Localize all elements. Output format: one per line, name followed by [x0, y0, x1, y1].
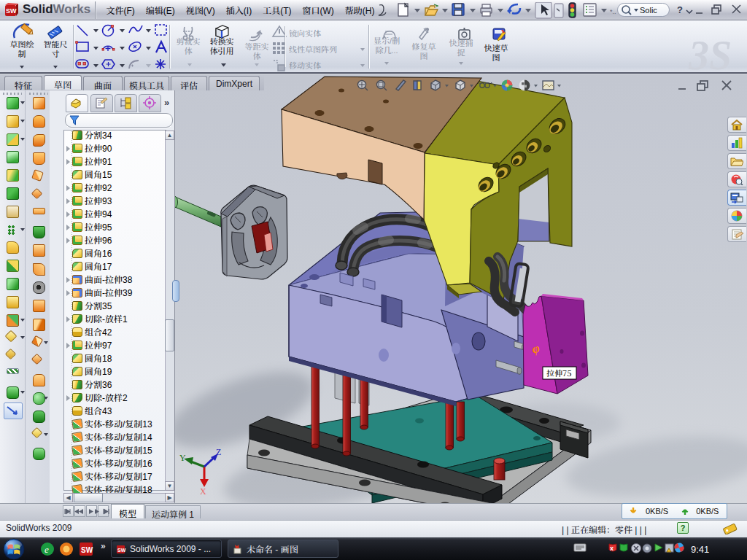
svg-text:e: e — [44, 544, 49, 555]
svg-text:Y: Y — [179, 453, 186, 463]
svg-text:Z: Z — [216, 447, 221, 457]
svg-text:X: X — [200, 486, 206, 497]
svg-text:拉伸75: 拉伸75 — [546, 367, 571, 378]
svg-text:SW: SW — [81, 546, 93, 554]
svg-text:SW: SW — [6, 7, 17, 15]
svg-text:Solic: Solic — [640, 6, 657, 15]
svg-text:SW: SW — [117, 548, 126, 553]
svg-text:x: x — [610, 545, 614, 552]
svg-text:*..: *.. — [610, 8, 616, 15]
